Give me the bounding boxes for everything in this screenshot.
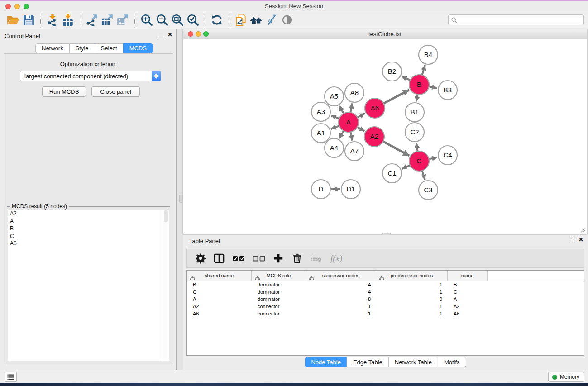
graph-node-B[interactable]: B	[409, 75, 429, 95]
result-item[interactable]: B	[8, 225, 163, 233]
edge-A6-B[interactable]	[383, 90, 409, 104]
zoom-in-icon[interactable]	[139, 13, 154, 27]
zoom-out-icon[interactable]	[154, 13, 170, 27]
search-box[interactable]	[448, 14, 584, 25]
optimization-criterion-select[interactable]: largest connected component (directed)	[20, 71, 161, 81]
node-table[interactable]: shared nameMCDS rolesuccessor nodesprede…	[186, 270, 584, 356]
graph-node-C1[interactable]: C1	[382, 164, 402, 183]
delete-column-icon[interactable]	[291, 252, 303, 265]
select-all-checkboxes-icon[interactable]	[232, 252, 245, 265]
graph-node-B2[interactable]: B2	[382, 62, 402, 81]
network-canvas[interactable]: AA1A2A3A4A5A6A7A8BB1B2B3B4CC1C2C3C4DD1	[183, 39, 587, 234]
close-window-button[interactable]	[5, 4, 11, 9]
graph-node-B1[interactable]: B1	[405, 103, 424, 122]
minimize-window-button[interactable]	[14, 4, 20, 9]
graph-node-A2[interactable]: A2	[364, 127, 384, 147]
graph-node-A[interactable]: A	[339, 112, 359, 132]
table-row[interactable]: A6connector11A6	[187, 310, 584, 317]
toggle-label-visibility-icon[interactable]: a	[264, 13, 279, 27]
tab-select[interactable]: Select	[95, 43, 124, 53]
result-scrollbar[interactable]	[163, 210, 169, 361]
table-float-panel-icon[interactable]	[570, 238, 574, 242]
home-icon[interactable]	[249, 13, 264, 27]
network-minimize-button[interactable]	[196, 31, 201, 37]
import-table-icon[interactable]	[60, 13, 76, 27]
graph-node-C4[interactable]: C4	[438, 146, 457, 165]
tab-mcds[interactable]: MCDS	[123, 43, 153, 53]
add-column-icon[interactable]	[272, 252, 284, 265]
edge-A-A5[interactable]	[339, 106, 344, 114]
graph-node-D1[interactable]: D1	[341, 180, 360, 199]
task-history-button[interactable]	[5, 372, 17, 382]
tab-network-table[interactable]: Network Table	[388, 357, 438, 367]
graph-node-B3[interactable]: B3	[438, 81, 457, 100]
result-item[interactable]: C	[8, 233, 163, 240]
edge-C-C1[interactable]	[402, 165, 411, 169]
edge-A-A1[interactable]	[331, 125, 340, 129]
edge-A2-C[interactable]	[382, 141, 410, 156]
column-header-shared-name[interactable]: shared name	[187, 271, 252, 281]
result-item[interactable]: A2	[8, 210, 163, 218]
graph-node-A3[interactable]: A3	[311, 102, 330, 121]
run-mcds-button[interactable]: Run MCDS	[42, 86, 86, 97]
edge-A-A4[interactable]	[339, 130, 344, 138]
network-window-titlebar[interactable]: testGlobe.txt	[183, 29, 587, 39]
edge-C-C3[interactable]	[422, 170, 425, 180]
network-close-button[interactable]	[188, 31, 193, 37]
search-input[interactable]	[459, 15, 583, 24]
graph-node-A6[interactable]: A6	[365, 98, 385, 118]
table-row[interactable]: Cdominator41C	[187, 288, 584, 295]
export-network-icon[interactable]	[84, 13, 100, 27]
edge-A-A7[interactable]	[350, 131, 352, 141]
float-panel-icon[interactable]	[159, 33, 163, 37]
column-header-name[interactable]: name	[448, 271, 488, 281]
zoom-selected-icon[interactable]	[185, 13, 201, 27]
graph-node-D[interactable]: D	[311, 180, 330, 199]
graph-node-A7[interactable]: A7	[345, 142, 364, 161]
export-image-icon[interactable]	[115, 13, 130, 27]
graph-node-A1[interactable]: A1	[311, 124, 330, 143]
zoom-window-button[interactable]	[24, 4, 29, 9]
close-panel-icon[interactable]: ✕	[167, 33, 172, 37]
tab-edge-table[interactable]: Edge Table	[347, 357, 389, 367]
graph-node-C[interactable]: C	[409, 151, 429, 171]
vertical-splitter-handle[interactable]	[179, 195, 183, 203]
graph-node-C2[interactable]: C2	[405, 123, 424, 142]
column-header-predecessor-nodes[interactable]: predecessor nodes	[376, 271, 448, 281]
tab-style[interactable]: Style	[69, 43, 95, 53]
table-close-panel-icon[interactable]: ✕	[578, 238, 583, 242]
result-item[interactable]: A6	[8, 240, 163, 248]
edge-B-B2[interactable]	[402, 76, 411, 81]
birdseye-view-icon[interactable]	[279, 13, 295, 27]
deselect-all-checkboxes-icon[interactable]	[252, 252, 266, 265]
edge-C-C2[interactable]	[416, 143, 418, 152]
graph-node-B4[interactable]: B4	[419, 45, 438, 64]
column-view-icon[interactable]	[213, 252, 225, 265]
memory-button[interactable]: Memory	[548, 372, 584, 382]
edge-A-A8[interactable]	[350, 104, 352, 114]
import-network-icon[interactable]	[45, 13, 60, 27]
table-row[interactable]: Adominator80A	[187, 295, 584, 303]
network-zoom-button[interactable]	[203, 31, 209, 37]
tab-node-table[interactable]: Node Table	[305, 357, 347, 367]
save-session-icon[interactable]	[21, 13, 36, 27]
edge-A-A3[interactable]	[331, 116, 340, 119]
edge-B-B4[interactable]	[422, 65, 425, 76]
zoom-fit-icon[interactable]	[170, 13, 185, 27]
clear-table-icon[interactable]	[310, 252, 323, 265]
duplicate-network-icon[interactable]	[233, 13, 249, 27]
column-header-MCDS-role[interactable]: MCDS role	[252, 271, 306, 281]
mcds-result-list[interactable]: A2ABCA6	[8, 210, 163, 361]
table-settings-icon[interactable]	[195, 252, 206, 265]
table-row[interactable]: Bdominator41B	[187, 281, 584, 288]
function-builder-icon[interactable]: f(x)	[330, 252, 348, 265]
tab-motifs[interactable]: Motifs	[438, 357, 466, 367]
result-item[interactable]: A	[8, 218, 163, 225]
tab-network[interactable]: Network	[35, 43, 70, 53]
refresh-layout-icon[interactable]	[209, 13, 225, 27]
column-header-successor-nodes[interactable]: successor nodes	[306, 271, 376, 281]
graph-node-A8[interactable]: A8	[345, 83, 364, 102]
graph-node-C3[interactable]: C3	[419, 181, 438, 200]
resize-grip-icon[interactable]	[579, 226, 586, 233]
open-session-icon[interactable]	[5, 13, 21, 27]
